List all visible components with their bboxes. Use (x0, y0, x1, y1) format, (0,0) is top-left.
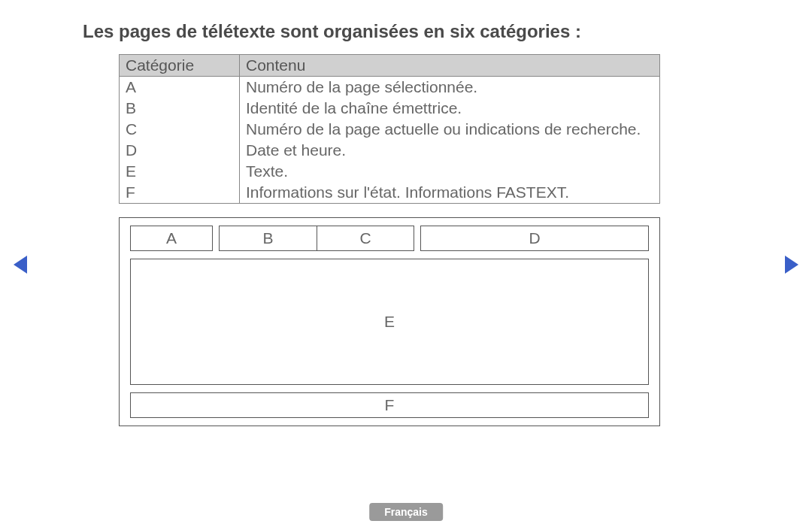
cell-content: Identité de la chaîne émettrice. (240, 98, 660, 119)
layout-diagram: A B C D E F (119, 217, 660, 426)
language-badge: Français (369, 503, 443, 521)
cell-content: Numéro de la page actuelle ou indication… (240, 119, 660, 140)
header-content: Contenu (240, 55, 660, 77)
cell-category: D (120, 140, 240, 161)
page-title: Les pages de télétexte sont organisées e… (83, 21, 729, 42)
cell-category: C (120, 119, 240, 140)
diagram-region-f: F (130, 392, 649, 418)
diagram-region-e: E (130, 259, 649, 385)
cell-category: F (120, 182, 240, 204)
cell-category: A (120, 77, 240, 98)
header-category: Catégorie (120, 55, 240, 77)
table-row: C Numéro de la page actuelle ou indicati… (120, 119, 660, 140)
diagram-region-a: A (130, 226, 213, 251)
cell-content: Informations sur l'état. Informations FA… (240, 182, 660, 204)
table-row: D Date et heure. (120, 140, 660, 161)
cell-content: Numéro de la page sélectionnée. (240, 77, 660, 98)
cell-content: Date et heure. (240, 140, 660, 161)
table-row: F Informations sur l'état. Informations … (120, 182, 660, 204)
table-row: A Numéro de la page sélectionnée. (120, 77, 660, 98)
diagram-region-d: D (420, 226, 649, 251)
categories-table: Catégorie Contenu A Numéro de la page sé… (119, 54, 660, 204)
cell-category: E (120, 161, 240, 182)
table-header-row: Catégorie Contenu (120, 55, 660, 77)
cell-category: B (120, 98, 240, 119)
table-row: B Identité de la chaîne émettrice. (120, 98, 660, 119)
next-page-arrow-icon[interactable] (785, 256, 798, 274)
diagram-region-c: C (317, 226, 414, 251)
table-row: E Texte. (120, 161, 660, 182)
cell-content: Texte. (240, 161, 660, 182)
prev-page-arrow-icon[interactable] (14, 256, 27, 274)
diagram-region-b: B (219, 226, 317, 251)
